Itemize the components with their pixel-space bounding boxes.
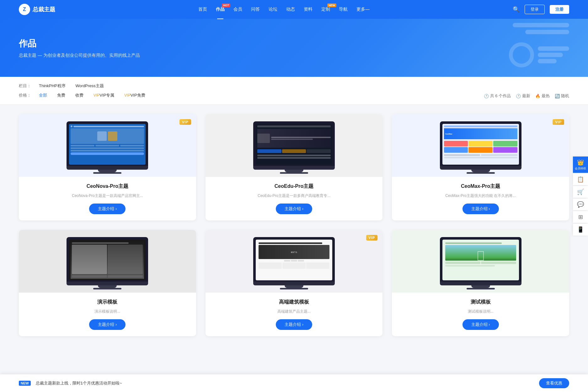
right-panel-chat[interactable]: 💬 bbox=[573, 199, 588, 210]
nav-dynamics[interactable]: 动态 bbox=[286, 7, 295, 12]
laptop-mockup bbox=[440, 237, 521, 289]
intro-button[interactable]: 主题介绍 › bbox=[276, 319, 312, 330]
product-info-2: CeoEdu-Pro主题 CeoEdu-Pro主题是一款多商户高端教育专... … bbox=[206, 177, 383, 220]
product-desc: CeoMax-Pro主题强大的功能 在不久的将... bbox=[398, 193, 563, 199]
intro-button[interactable]: 主题介绍 › bbox=[462, 204, 499, 214]
chat-icon: 💬 bbox=[577, 201, 584, 208]
grid-icon: ⊞ bbox=[578, 214, 583, 220]
product-title: 高端建筑模板 bbox=[212, 299, 377, 305]
nav-more[interactable]: 更多— bbox=[356, 7, 370, 12]
product-image-2 bbox=[206, 114, 383, 177]
hero-subtitle: 总裁主题 — 为创业者及创业公司提供有用的、实用的线上产品 bbox=[19, 53, 140, 58]
intro-button[interactable]: 主题介绍 › bbox=[276, 204, 312, 214]
filter-wordpress[interactable]: WordPress主题 bbox=[73, 82, 106, 89]
products-grid: VIP bbox=[19, 114, 569, 336]
product-desc: CeoEdu-Pro主题是一款多商户高端教育专... bbox=[212, 193, 377, 199]
price-free[interactable]: 免费 bbox=[55, 92, 68, 99]
logo[interactable]: Z 总裁主题 bbox=[19, 4, 55, 15]
hero-banner: 作品 总裁主题 — 为创业者及创业公司提供有用的、实用的线上产品 bbox=[0, 19, 588, 77]
product-desc: CeoNova-Pro主题是一款高端产品官网主... bbox=[25, 193, 190, 199]
calendar-icon: 📋 bbox=[577, 176, 584, 183]
product-card: VIP CeoMax bbox=[392, 114, 569, 220]
logo-icon: Z bbox=[19, 4, 30, 15]
product-desc: 高端建筑产品主题... bbox=[212, 309, 377, 314]
header: Z 总裁主题 首页 作品 HOT 会员 问答 论坛 动态 资料 定制 NEW 导… bbox=[0, 0, 588, 19]
new-badge: NEW bbox=[327, 3, 336, 7]
right-panel-mobile[interactable]: 📱 bbox=[573, 224, 588, 236]
nav-works[interactable]: 作品 HOT bbox=[216, 7, 225, 12]
main-nav: 首页 作品 HOT 会员 问答 论坛 动态 资料 定制 NEW 导航 更多— bbox=[198, 7, 370, 12]
vip-tag: VIP bbox=[366, 235, 378, 241]
product-image-5: VIP 建筑产品 bbox=[206, 230, 383, 293]
laptop-mockup bbox=[67, 121, 148, 174]
right-panel-cart[interactable]: 🛒 bbox=[573, 186, 588, 198]
price-paid[interactable]: 收费 bbox=[73, 92, 86, 99]
product-desc: 测试模板说明... bbox=[398, 309, 563, 314]
hero-decoration bbox=[509, 23, 569, 73]
product-image-6 bbox=[392, 230, 569, 293]
product-card: 演示模板 演示模板说明... 主题介绍 › bbox=[19, 230, 196, 336]
laptop-mockup bbox=[253, 121, 335, 174]
product-card: VIP bbox=[19, 114, 196, 220]
intro-button[interactable]: 主题介绍 › bbox=[89, 319, 126, 330]
mobile-icon: 📱 bbox=[577, 226, 584, 233]
product-info-4: 演示模板 演示模板说明... 主题介绍 › bbox=[19, 293, 196, 336]
price-vip-exclusive[interactable]: VIPVIP专属 bbox=[91, 92, 117, 99]
right-panel: 👑 会员特权 📋 🛒 💬 ⊞ 📱 bbox=[573, 156, 588, 236]
search-icon[interactable]: 🔍 bbox=[513, 6, 520, 13]
filter-thinkphp[interactable]: ThinkPHP程序 bbox=[36, 82, 68, 89]
category-label: 栏目： bbox=[19, 83, 31, 89]
vip-tag: VIP bbox=[179, 119, 191, 125]
register-button[interactable]: 注册 bbox=[550, 5, 569, 14]
laptop-mockup: CeoMax bbox=[440, 121, 521, 174]
nav-forum[interactable]: 论坛 bbox=[269, 7, 277, 12]
price-vip-free[interactable]: VIPVIP免费 bbox=[122, 92, 147, 99]
hero-title: 作品 bbox=[19, 38, 140, 50]
membership-label: 会员特权 bbox=[575, 167, 586, 170]
filter-section: 栏目： ThinkPHP程序 WordPress主题 价格： 全部 免费 收费 … bbox=[0, 77, 588, 105]
nav-home[interactable]: 首页 bbox=[198, 7, 207, 12]
product-card: VIP 建筑产品 bbox=[206, 230, 383, 336]
logo-text: 总裁主题 bbox=[33, 6, 55, 13]
nav-membership[interactable]: 会员 bbox=[233, 7, 242, 12]
intro-button[interactable]: 主题介绍 › bbox=[462, 319, 499, 330]
nav-qa[interactable]: 问答 bbox=[251, 7, 260, 12]
product-card: CeoEdu-Pro主题 CeoEdu-Pro主题是一款多商户高端教育专... … bbox=[206, 114, 383, 220]
total-count: 🕐 共 6 个作品 bbox=[484, 93, 511, 99]
sort-random[interactable]: 🔄 随机 bbox=[555, 93, 569, 99]
product-image-4 bbox=[19, 230, 196, 293]
product-info-5: 高端建筑模板 高端建筑产品主题... 主题介绍 › bbox=[206, 293, 383, 336]
header-actions: 🔍 登录 注册 bbox=[513, 5, 569, 14]
price-label: 价格： bbox=[19, 93, 31, 98]
product-title: 演示模板 bbox=[25, 299, 190, 305]
right-panel-grid[interactable]: ⊞ bbox=[573, 211, 588, 223]
laptop-mockup: 建筑产品 bbox=[253, 237, 335, 289]
price-all[interactable]: 全部 bbox=[36, 92, 50, 99]
product-title: CeoEdu-Pro主题 bbox=[212, 183, 377, 190]
products-section: VIP bbox=[0, 105, 588, 346]
product-info-3: CeoMax-Pro主题 CeoMax-Pro主题强大的功能 在不久的将... … bbox=[392, 177, 569, 220]
laptop-mockup bbox=[67, 237, 148, 289]
sort-latest[interactable]: 🕐 最新 bbox=[516, 93, 530, 99]
intro-button[interactable]: 主题介绍 › bbox=[89, 204, 126, 214]
nav-custom[interactable]: 定制 NEW bbox=[321, 7, 330, 12]
product-card: 测试模板 测试模板说明... 主题介绍 › bbox=[392, 230, 569, 336]
cart-icon: 🛒 bbox=[577, 188, 584, 195]
sort-hot[interactable]: 🔥 最热 bbox=[535, 93, 550, 99]
product-title: CeoMax-Pro主题 bbox=[398, 183, 563, 190]
product-info-1: CeoNova-Pro主题 CeoNova-Pro主题是一款高端产品官网主...… bbox=[19, 177, 196, 220]
nav-resources[interactable]: 资料 bbox=[304, 7, 313, 12]
nav-navigation[interactable]: 导航 bbox=[339, 7, 348, 12]
hot-badge: HOT bbox=[222, 3, 230, 7]
right-panel-calendar[interactable]: 📋 bbox=[573, 173, 588, 185]
product-title: CeoNova-Pro主题 bbox=[25, 183, 190, 190]
product-info-6: 测试模板 测试模板说明... 主题介绍 › bbox=[392, 293, 569, 336]
crown-icon: 👑 bbox=[577, 159, 584, 166]
product-image-3: VIP CeoMax bbox=[392, 114, 569, 177]
right-panel-membership[interactable]: 👑 会员特权 bbox=[573, 156, 588, 173]
product-image-1: VIP bbox=[19, 114, 196, 177]
product-title: 测试模板 bbox=[398, 299, 563, 305]
vip-tag: VIP bbox=[553, 119, 564, 125]
product-desc: 演示模板说明... bbox=[25, 309, 190, 314]
login-button[interactable]: 登录 bbox=[525, 5, 545, 14]
